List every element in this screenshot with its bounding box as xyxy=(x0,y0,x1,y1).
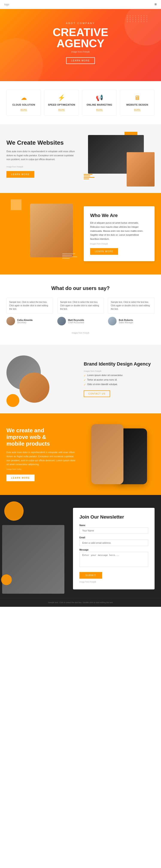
check-icon-1: ✓ xyxy=(84,374,86,377)
testimonial-3: Sample text. Click to select the text bo… xyxy=(108,298,155,326)
web-mobile-image-label: Image from Getty xyxy=(6,468,77,470)
newsletter-section: Join Our Newsletter Name Email Message S… xyxy=(0,495,161,598)
service-speed: ⚡ Speed Optimization MORE xyxy=(44,90,79,116)
we-create-image-label: Image from Freepik xyxy=(6,166,77,168)
testimonials-title: What do our users say? xyxy=(6,285,155,291)
hero-title: CREATIVE AGENCY xyxy=(53,27,108,49)
check-icon-2: ✓ xyxy=(84,379,86,382)
hero-image-label: Image from Freepik xyxy=(71,51,90,53)
menu-icon[interactable]: ≡ xyxy=(154,2,157,7)
footer: Sample text. Click to select the text bo… xyxy=(0,598,161,607)
brand-circle-image-2 xyxy=(19,373,50,403)
hero-section: ABOT COMPANY CREATIVE AGENCY Image from … xyxy=(0,9,161,81)
who-we-are-card: Who We Are Elit ut aliquam purus sit ame… xyxy=(84,206,155,261)
marketing-icon: 📢 xyxy=(86,94,114,101)
newsletter-name-group: Name xyxy=(79,524,148,534)
brand-identity-left xyxy=(6,355,77,403)
who-we-are-image-label: Images from Freepik xyxy=(90,243,148,245)
testimonial-1-person: Celia Almeida Secretary xyxy=(6,317,53,326)
we-create-learn-more-button[interactable]: LEARN MORE xyxy=(6,171,34,178)
newsletter-title: Join Our Newsletter xyxy=(79,514,148,520)
newsletter-name-label: Name xyxy=(79,524,148,527)
hero-learn-more-button[interactable]: LEARN MORE xyxy=(66,57,95,64)
newsletter-image-label: Image from Freepik xyxy=(79,581,148,583)
web-mobile-learn-more-button[interactable]: LEARN MORE xyxy=(6,474,35,481)
web-mobile-right xyxy=(84,424,155,484)
testimonial-2-avatar xyxy=(57,317,66,326)
web-mobile-text: Duis aute irure dolor in reprehenderit i… xyxy=(6,450,77,466)
service-website-more[interactable]: MORE xyxy=(134,108,140,111)
hero-subtitle: ABOT COMPANY xyxy=(66,22,95,25)
service-website-title: Website Design xyxy=(123,103,151,106)
who-we-are-learn-more-button[interactable]: LEARN MORE xyxy=(90,248,118,255)
we-create-text: Duis aute irure dolor in reprehenderit i… xyxy=(6,149,77,161)
testimonial-1-avatar xyxy=(6,317,15,326)
cloud-icon: ☁ xyxy=(10,94,38,101)
newsletter-email-label: Email xyxy=(79,536,148,539)
phone-mockup-1 xyxy=(91,424,123,484)
wwa-deco-square xyxy=(11,199,22,210)
service-cloud-more[interactable]: MORE xyxy=(21,108,27,111)
service-speed-more[interactable]: MORE xyxy=(58,108,65,111)
testimonial-3-info: Bob Roberts Sales Manager xyxy=(119,319,133,324)
newsletter-name-input[interactable] xyxy=(79,527,148,534)
brand-identity-title: Brand Identity Design Agency xyxy=(84,361,155,367)
service-marketing: 📢 Online Marketing MORE xyxy=(82,90,117,116)
web-mobile-section: We create and improve web & mobile produ… xyxy=(0,413,161,495)
who-we-are-images xyxy=(6,204,77,264)
newsletter-message-label: Message xyxy=(79,549,148,551)
checklist-item-1: ✓ Lorem ipsum dolor sit consectetur. xyxy=(84,374,155,377)
who-we-are-text: Elit ut aliquam purus sit amet luctus ve… xyxy=(90,221,148,241)
we-create-deco-lines xyxy=(84,174,94,180)
testimonial-2-name: Matt Reynolds xyxy=(68,319,84,321)
newsletter-email-input[interactable] xyxy=(79,539,148,546)
services-grid: ☁ Cloud Solution MORE ⚡ Speed Optimizati… xyxy=(6,90,155,116)
wwa-deco-lines xyxy=(62,253,77,259)
testimonial-1-name: Celia Almeida xyxy=(17,319,33,321)
service-marketing-more[interactable]: MORE xyxy=(96,108,103,111)
brand-images-container xyxy=(6,355,54,403)
hero-dots-decoration xyxy=(127,16,148,22)
testimonial-3-avatar xyxy=(108,317,117,326)
we-create-section: We Create Websites Duis aute irure dolor… xyxy=(0,124,161,193)
we-create-person-image xyxy=(127,152,155,187)
testimonial-2-role: Chief Accountant xyxy=(68,321,84,324)
phones-mockup xyxy=(91,424,147,484)
web-mobile-left: We create and improve web & mobile produ… xyxy=(6,427,77,481)
who-we-are-section: Who We Are Elit ut aliquam purus sit ame… xyxy=(0,193,161,275)
testimonial-1: Sample text. Click to select the text bo… xyxy=(6,298,53,326)
newsletter-email-group: Email xyxy=(79,536,148,546)
who-we-are-right: Who We Are Elit ut aliquam purus sit ame… xyxy=(84,206,155,261)
speed-icon: ⚡ xyxy=(47,94,75,101)
logo: logo xyxy=(4,3,9,6)
testimonial-2-text: Sample text. Click to select the text bo… xyxy=(57,298,104,314)
web-mobile-title: We create and improve web & mobile produ… xyxy=(6,427,77,447)
testimonial-3-role: Sales Manager xyxy=(119,321,133,324)
footer-text: Sample text. Click to select the text bo… xyxy=(6,601,155,603)
testimonial-2-person: Matt Reynolds Chief Accountant xyxy=(57,317,104,326)
testimonial-1-info: Celia Almeida Secretary xyxy=(17,319,33,324)
brand-identity-checklist: ✓ Lorem ipsum dolor sit consectetur. ✓ T… xyxy=(84,374,155,386)
testimonial-2: Sample text. Click to select the text bo… xyxy=(57,298,104,326)
testimonial-2-info: Matt Reynolds Chief Accountant xyxy=(68,319,84,324)
checklist-item-3: ✓ Odio ut enim blandit volutpat. xyxy=(84,383,155,386)
testimonials-grid: Sample text. Click to select the text bo… xyxy=(6,298,155,326)
we-create-title: We Create Websites xyxy=(6,140,77,146)
service-website: 🖥 Website Design MORE xyxy=(120,90,155,116)
brand-identity-contact-button[interactable]: CONTACT US xyxy=(84,391,110,397)
who-we-are-left xyxy=(6,204,77,264)
newsletter-content: Join Our Newsletter Name Email Message S… xyxy=(6,508,155,589)
newsletter-card: Join Our Newsletter Name Email Message S… xyxy=(73,508,155,589)
newsletter-submit-button[interactable]: SUBMIT xyxy=(79,572,102,579)
checklist-item-2: ✓ Tortor at auctor urna nunc id. xyxy=(84,378,155,382)
service-cloud: ☁ Cloud Solution MORE xyxy=(6,90,41,116)
brand-identity-image-label: Images from Freepik xyxy=(84,370,155,372)
wwa-person-image xyxy=(30,204,73,257)
check-icon-3: ✓ xyxy=(84,383,86,386)
brand-orange-circle xyxy=(6,394,19,407)
newsletter-message-input[interactable] xyxy=(79,552,148,567)
service-cloud-title: Cloud Solution xyxy=(10,103,38,106)
services-section: ☁ Cloud Solution MORE ⚡ Speed Optimizati… xyxy=(0,81,161,124)
service-speed-title: Speed Optimization xyxy=(47,103,75,106)
website-icon: 🖥 xyxy=(123,94,151,101)
